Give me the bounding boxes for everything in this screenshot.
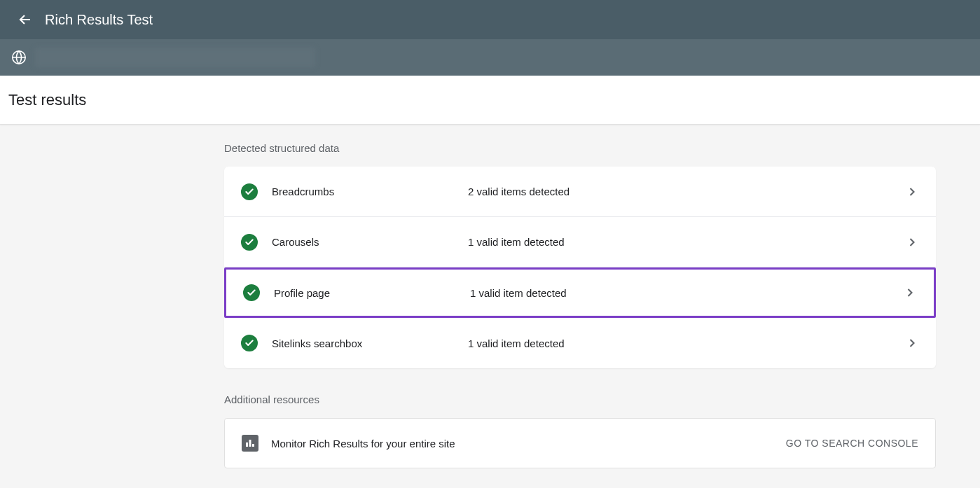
detected-items-list: Breadcrumbs2 valid items detectedCarouse…	[224, 167, 936, 368]
arrow-left-icon	[17, 11, 34, 28]
chevron-right-icon	[903, 286, 917, 300]
monitor-card[interactable]: Monitor Rich Results for your entire sit…	[224, 418, 936, 468]
top-header: Rich Results Test	[0, 0, 980, 39]
chevron-right-icon	[905, 185, 919, 199]
result-status: 1 valid item detected	[468, 337, 905, 349]
back-arrow-button[interactable]	[11, 6, 39, 34]
result-status: 2 valid items detected	[468, 186, 905, 197]
app-title: Rich Results Test	[45, 12, 153, 28]
results-heading: Test results	[8, 91, 86, 109]
url-redacted	[35, 48, 315, 67]
detected-section-label: Detected structured data	[224, 142, 936, 154]
chevron-right-icon	[905, 336, 919, 350]
result-status: 1 valid item detected	[470, 287, 903, 299]
check-circle-icon	[243, 284, 260, 301]
result-name: Breadcrumbs	[272, 186, 468, 197]
url-bar	[0, 39, 980, 76]
chevron-right-icon	[905, 235, 919, 249]
additional-section-label: Additional resources	[224, 393, 936, 405]
result-row-sitelinks-searchbox[interactable]: Sitelinks searchbox1 valid item detected	[224, 318, 936, 368]
result-row-carousels[interactable]: Carousels1 valid item detected	[224, 217, 936, 267]
svg-rect-1	[246, 442, 248, 447]
check-circle-icon	[241, 335, 258, 351]
result-row-breadcrumbs[interactable]: Breadcrumbs2 valid items detected	[224, 167, 936, 217]
globe-icon	[11, 50, 27, 65]
check-circle-icon	[241, 234, 258, 251]
result-status: 1 valid item detected	[468, 236, 905, 248]
result-row-profile-page[interactable]: Profile page1 valid item detected	[224, 267, 936, 318]
main-content: Detected structured data Breadcrumbs2 va…	[224, 125, 936, 468]
monitor-left: Monitor Rich Results for your entire sit…	[242, 435, 455, 452]
go-to-search-console-link[interactable]: GO TO SEARCH CONSOLE	[786, 438, 918, 449]
svg-rect-2	[249, 440, 251, 447]
result-name: Profile page	[274, 287, 470, 299]
result-name: Carousels	[272, 236, 468, 248]
check-circle-icon	[241, 183, 258, 200]
result-name: Sitelinks searchbox	[272, 337, 468, 349]
bar-chart-icon	[242, 435, 258, 452]
monitor-text: Monitor Rich Results for your entire sit…	[271, 438, 455, 449]
results-header: Test results	[0, 76, 980, 125]
svg-rect-3	[252, 444, 254, 447]
